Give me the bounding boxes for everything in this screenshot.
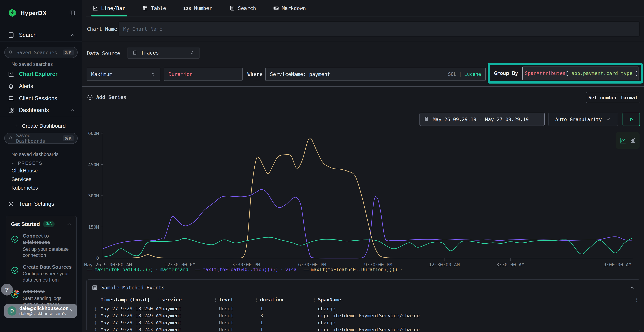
search-icon: [8, 50, 14, 55]
team-settings-label: Team Settings: [19, 201, 54, 207]
column-drag-handle-icon[interactable]: ⋮: [312, 297, 317, 302]
sidebar-item-client-sessions[interactable]: Client Sessions: [0, 93, 82, 104]
legend-expr: maxIf(toFloat640..tion))))): [203, 267, 278, 272]
sidebar-section-search[interactable]: Search: [8, 30, 76, 40]
where-label: Where: [248, 72, 262, 78]
chart-name-input[interactable]: My Chart Name: [118, 22, 639, 36]
legend-entry[interactable]: maxIf(toFloat640..Duration)))))·: [304, 267, 405, 272]
legend-entry[interactable]: maxIf(toFloat640..tion)))))·visa: [195, 267, 296, 272]
table-cell[interactable]: May 27 9:29:18.243 AM: [100, 320, 162, 326]
chart-name-placeholder: My Chart Name: [123, 26, 162, 32]
sidebar-item-label: Chart Explorer: [19, 71, 58, 77]
md-icon: [273, 5, 279, 11]
legend-swatch: [195, 270, 200, 270]
x-tick-label: 6:30:00 PM: [298, 262, 326, 268]
group-by-input[interactable]: SpanAttributes['app.payment.card_type']: [522, 66, 638, 80]
team-settings-item[interactable]: Team Settings: [8, 198, 76, 209]
check-circle-icon: [11, 266, 19, 274]
x-tick-label: 9:30:00 PM: [364, 262, 392, 268]
collapse-sidebar-icon[interactable]: [69, 10, 76, 16]
column-header-service[interactable]: service: [161, 297, 182, 302]
preset-clickhouse[interactable]: ClickHouse: [12, 168, 38, 174]
tab-label: Search: [238, 5, 256, 11]
column-header-spanname[interactable]: SpanName: [318, 297, 341, 302]
chevron-down-icon: [10, 161, 15, 166]
column-header-level[interactable]: level: [219, 297, 234, 302]
where-input[interactable]: ServiceName: payment SQL | Lucene: [265, 68, 486, 81]
column-drag-handle-icon[interactable]: ⋮: [156, 297, 160, 302]
shortcut-badge: ⌘K: [62, 50, 74, 56]
calendar-icon: [424, 117, 429, 122]
column-drag-handle-icon[interactable]: ⋮: [213, 297, 218, 302]
table-cell: grpc.oteldemo.PaymentService/Charge: [318, 327, 420, 331]
x-tick-label: 12:30:00 AM: [429, 262, 460, 268]
legend-group: mastercard: [160, 267, 188, 272]
legend-entry[interactable]: maxIf(toFloat640..)))·mastercard: [87, 267, 188, 272]
check-circle-icon: [11, 235, 19, 243]
chevron-up-icon[interactable]: [66, 222, 72, 227]
gear-icon: [8, 201, 14, 207]
tab-number[interactable]: 123Number: [183, 0, 212, 16]
y-tick-label: 450M: [88, 162, 99, 167]
get-started-item[interactable]: Create Data Sources Configure where your…: [11, 264, 72, 283]
plus-icon: [14, 124, 18, 128]
chart-axes: [103, 132, 632, 258]
aggregation-select[interactable]: Maximum: [86, 68, 160, 81]
tab-table[interactable]: Table: [142, 0, 166, 16]
preset-services[interactable]: Services: [12, 176, 31, 182]
column-drag-handle-icon[interactable]: ⋮: [254, 297, 259, 302]
saved-searches-input[interactable]: Saved Searches ⌘K: [4, 47, 78, 58]
granularity-select[interactable]: Auto Granularity: [548, 113, 618, 126]
date-range-input[interactable]: May 26 09:29:19 - May 27 09:29:19: [420, 113, 545, 126]
get-started-item-title: Add Data: [23, 289, 45, 294]
saved-dashboards-input[interactable]: Saved Dashboards ⌘K: [4, 133, 78, 144]
table-cell[interactable]: May 27 9:29:18.249 AM: [100, 313, 162, 318]
table-cell: grpc.oteldemo.PaymentService/Charge: [318, 313, 420, 318]
expand-row-icon[interactable]: ❯: [94, 306, 97, 311]
sidebar-section-dashboards[interactable]: Dashboards: [8, 105, 76, 116]
linechart-icon: [8, 71, 14, 77]
expand-row-icon[interactable]: ❯: [94, 320, 97, 325]
expand-row-icon[interactable]: ❯: [94, 314, 97, 318]
table-icon: [142, 5, 148, 11]
sql-mode-toggle[interactable]: SQL: [448, 72, 456, 77]
table-cell[interactable]: May 27 9:29:18.250 AM: [100, 306, 162, 312]
column-drag-handle-icon[interactable]: ⋮: [634, 297, 639, 302]
presets-header[interactable]: PRESETS: [10, 161, 42, 166]
column-header-duration[interactable]: duration: [260, 297, 283, 302]
run-query-button[interactable]: [622, 113, 640, 126]
no-saved-dashboards-text: No saved dashboards: [12, 152, 58, 157]
get-started-item-title: Connect to ClickHouse: [23, 233, 50, 245]
sample-events-panel: Sample Matched Events Timestamp (Local)s…: [86, 280, 640, 331]
table-cell: 1: [260, 327, 263, 331]
x-tick-label: 9:00:00 AM: [604, 262, 632, 268]
create-dashboard-button[interactable]: Create Dashboard: [14, 121, 66, 130]
set-number-format-button[interactable]: Set number format: [586, 92, 640, 103]
field-input[interactable]: Duration: [164, 68, 242, 81]
tab-search[interactable]: Search: [229, 0, 256, 16]
tab-line-bar[interactable]: Line/Bar: [92, 0, 125, 16]
chart-type-tabs: Line/BarTable123NumberSearchMarkdown: [82, 0, 644, 16]
circle-plus-icon: [87, 94, 93, 100]
expand-row-icon[interactable]: ❯: [94, 327, 97, 331]
add-series-button[interactable]: Add Series: [87, 92, 126, 102]
hyperdx-logo-icon: [8, 8, 16, 18]
laptop-icon: [8, 95, 14, 102]
sidebar-item-chart-explorer[interactable]: Chart Explorer: [0, 68, 82, 80]
sidebar-item-alerts[interactable]: Alerts: [0, 80, 82, 92]
table-cell: Unset: [219, 306, 234, 312]
table-cell: 1: [260, 306, 263, 312]
lucene-mode-toggle[interactable]: Lucene: [464, 72, 481, 77]
table-cell[interactable]: May 27 9:29:18.243 AM: [100, 327, 162, 331]
get-started-item[interactable]: Connect to ClickHouse Set up your databa…: [11, 233, 72, 258]
preset-kubernetes[interactable]: Kubernetes: [12, 185, 38, 191]
user-menu[interactable]: D dale@clickhouse.com dale@clickhouse.co…: [4, 304, 77, 318]
data-source-select[interactable]: Traces: [128, 47, 200, 58]
tab-markdown[interactable]: Markdown: [273, 0, 306, 16]
get-started-item-desc: Configure where your data comes from: [23, 271, 72, 283]
timeseries-chart[interactable]: 600M450M300M150M0May 26 9:00:00 AM12:30:…: [82, 125, 644, 270]
column-header-timestamp-local-[interactable]: Timestamp (Local): [100, 297, 150, 302]
aggregation-value: Maximum: [91, 71, 112, 77]
help-button[interactable]: ?: [1, 284, 13, 296]
journal-icon: [8, 32, 14, 38]
